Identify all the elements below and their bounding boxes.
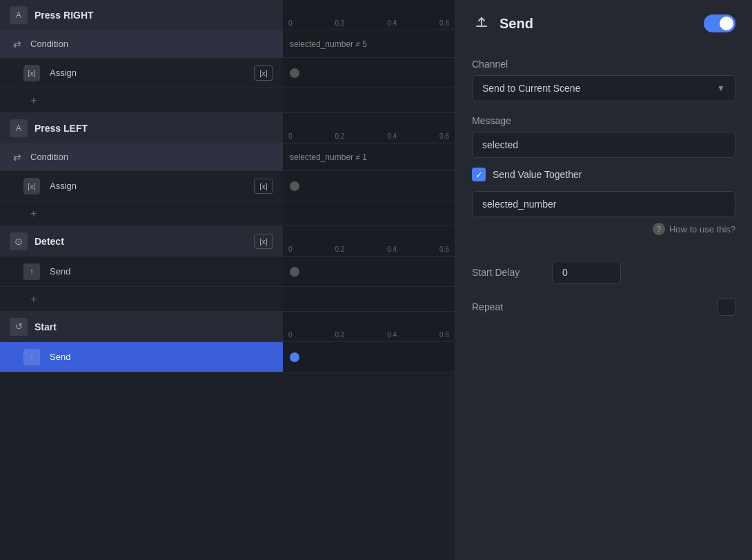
press-right-title: Press RIGHT (34, 10, 94, 21)
rp-title: Send (499, 16, 533, 32)
press-left-assign-indent: [x] Assign [x] (10, 178, 273, 194)
repeat-toggle[interactable] (718, 298, 735, 316)
detect-title: Detect (34, 236, 64, 247)
group-press-right[interactable]: A Press RIGHT 00.20.40.6 (0, 0, 455, 30)
start-title: Start (34, 321, 57, 332)
detect-send-label: Send (50, 266, 70, 277)
detect-send-right (283, 257, 455, 286)
press-right-condition-expr: selected_number ≠ 5 (290, 39, 367, 49)
group-press-left-label-area: A Press LEFT (0, 119, 283, 137)
help-row: ? How to use this? (472, 223, 735, 235)
press-right-assign-indent: [x] Assign [x] (10, 65, 273, 81)
start-send-left: ↑ Send (0, 349, 283, 366)
press-left-condition-right: selected_number ≠ 1 (283, 143, 455, 170)
group-detect[interactable]: ⊙ Detect [x] 00.20.40.6 (0, 226, 455, 257)
press-right-condition-left: ⇄ Condition (0, 37, 283, 52)
rp-send-icon (472, 14, 491, 33)
press-right-assign-fx: [x] (254, 66, 273, 81)
press-left-assign[interactable]: [x] Assign [x] (0, 171, 455, 201)
press-right-icon: A (10, 6, 28, 24)
press-left-assign-right (283, 171, 455, 201)
press-left-plus-right (283, 201, 455, 226)
rp-enable-toggle[interactable] (704, 14, 735, 32)
divider-2 (472, 249, 735, 250)
press-left-condition-label: Condition (30, 152, 68, 162)
detect-send-indent: ↑ Send (10, 263, 273, 280)
detect-send[interactable]: ↑ Send (0, 257, 455, 287)
start-send[interactable]: ↑ Send (0, 342, 455, 372)
condition-icon-0: ⇄ (10, 37, 25, 52)
ruler-marks-2: 00.20.40.6 (283, 246, 455, 253)
help-icon: ? (653, 223, 665, 235)
rp-header: Send (472, 14, 735, 33)
press-right-assign-right (283, 58, 455, 88)
condition-icon-1: ⇄ (10, 150, 25, 165)
start-send-right (283, 342, 455, 372)
right-panel: Send Channel Send to Current Scene ▼ Mes… (455, 0, 752, 560)
press-left-title: Press LEFT (34, 123, 88, 134)
press-right-assign[interactable]: [x] Assign [x] (0, 58, 455, 88)
press-left-condition[interactable]: ⇄ Condition selected_number ≠ 1 (0, 143, 455, 171)
press-right-add-button[interactable]: + (30, 94, 37, 107)
message-label: Message (472, 115, 735, 126)
press-left-assign-label: Assign (50, 181, 77, 191)
detect-send-left: ↑ Send (0, 263, 283, 280)
send-value-together-checkbox[interactable]: ✓ (472, 168, 486, 181)
value-input[interactable] (472, 191, 735, 217)
start-send-label: Send (50, 352, 70, 362)
detect-plus-left: + (0, 293, 283, 306)
press-right-assign-icon: [x] (23, 65, 40, 81)
press-right-plus-right (283, 88, 455, 112)
press-right-assign-label: Assign (50, 68, 77, 78)
press-right-condition-label: Condition (30, 39, 68, 49)
start-send-dot (290, 352, 299, 362)
press-left-ruler: 00.20.40.6 (283, 113, 455, 143)
left-panel: A Press RIGHT 00.20.40.6 ⇄ Condition sel… (0, 0, 455, 560)
press-right-assign-left: [x] Assign [x] (0, 65, 283, 81)
group-press-left[interactable]: A Press LEFT 00.20.40.6 (0, 113, 455, 143)
group-start[interactable]: ↺ Start 00.20.40.6 (0, 312, 455, 342)
rp-title-area: Send (472, 14, 533, 33)
ruler-marks-3: 00.20.40.6 (283, 331, 455, 339)
detect-fx: [x] (254, 234, 273, 249)
repeat-label: Repeat (472, 301, 503, 312)
detect-icon: ⊙ (10, 232, 28, 250)
start-send-indent: ↑ Send (10, 349, 273, 366)
press-left-plus-left: + (0, 208, 283, 220)
press-left-icon: A (10, 119, 28, 137)
channel-label: Channel (472, 59, 735, 70)
press-right-condition-right: selected_number ≠ 5 (283, 30, 455, 57)
group-start-label-area: ↺ Start (0, 318, 283, 336)
detect-send-icon: ↑ (23, 263, 40, 280)
help-text[interactable]: How to use this? (669, 224, 735, 234)
group-press-right-label-area: A Press RIGHT (0, 6, 283, 24)
start-icon: ↺ (10, 318, 28, 336)
detect-plus-right (283, 287, 455, 311)
channel-dropdown-value: Send to Current Scene (482, 83, 580, 94)
press-right-plus-row: + (0, 88, 455, 113)
press-right-assign-dot (290, 68, 299, 78)
detect-send-dot (290, 267, 299, 277)
send-value-together-row: ✓ Send Value Together (472, 168, 735, 181)
press-left-assign-fx: [x] (254, 179, 273, 194)
divider-1 (472, 47, 735, 48)
press-right-ruler: 00.20.40.6 (283, 0, 455, 30)
start-send-icon: ↑ (23, 349, 40, 366)
start-delay-input[interactable] (552, 261, 621, 284)
start-delay-row: Start Delay (472, 261, 735, 284)
press-left-add-button[interactable]: + (30, 208, 37, 220)
ruler-marks-1: 00.20.40.6 (283, 132, 455, 140)
detect-add-button[interactable]: + (30, 293, 37, 306)
channel-dropdown[interactable]: Send to Current Scene ▼ (472, 75, 735, 101)
press-left-condition-left: ⇄ Condition (0, 150, 283, 165)
press-left-assign-dot (290, 181, 299, 191)
start-delay-label: Start Delay (472, 267, 541, 278)
message-input[interactable] (472, 132, 735, 158)
press-right-condition[interactable]: ⇄ Condition selected_number ≠ 5 (0, 30, 455, 58)
detect-ruler: 00.20.40.6 (283, 226, 455, 256)
send-value-together-label: Send Value Together (493, 169, 582, 180)
press-left-plus-row: + (0, 201, 455, 226)
checkbox-check-icon: ✓ (475, 170, 483, 180)
repeat-row: Repeat (472, 298, 735, 316)
detect-plus-row: + (0, 287, 455, 312)
